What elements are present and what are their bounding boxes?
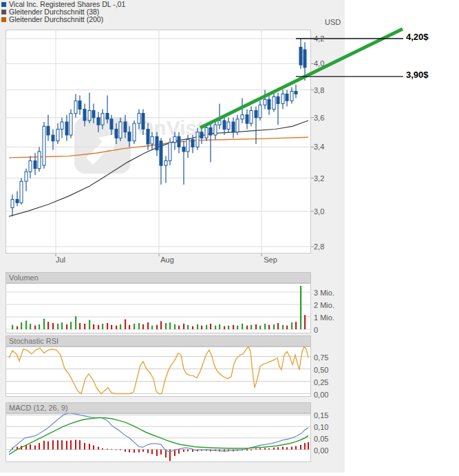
macd-axis-tick-label: 0,10 — [314, 423, 328, 431]
price-annotation-label: 3,90$ — [406, 71, 429, 79]
volume-axis-tick-label: 1 Mio. — [314, 313, 334, 322]
price-axis-tick-label: 3,0 — [314, 207, 324, 216]
volume-axis-tick-label: 2 Mio. — [314, 301, 334, 309]
stochastic-axis-tick-label: 0,25 — [314, 378, 328, 386]
macd-axis-tick-label: 0,05 — [314, 435, 328, 443]
legend-swatch-icon — [1, 17, 6, 22]
macd-panel-title: MACD (12, 26, 9) — [6, 403, 310, 413]
volume-axis-tick-label: 0 — [314, 326, 318, 334]
legend-item: Gleitender Durchschnitt (200) — [1, 16, 125, 23]
price-axis-tick-label: 3,6 — [314, 114, 324, 122]
macd-axis-tick-label: 0,15 — [314, 411, 328, 420]
price-axis-tick-label: 2,8 — [314, 242, 324, 251]
stochastic-rsi-panel-header: Stochastic RSI — [6, 335, 311, 346]
macd-axis-tick-label: 0,00 — [314, 446, 328, 455]
month-axis-tick-label: Jul — [49, 256, 72, 264]
price-axis-tick-label: 3,4 — [314, 143, 324, 151]
volume-axis-tick-label: 3 Mio. — [314, 289, 334, 297]
stochastic-axis-tick-label: 0,50 — [314, 366, 328, 374]
price-axis-tick-label: 4,0 — [314, 59, 324, 68]
price-axis-tick-label: 3,2 — [314, 174, 324, 183]
price-axis-tick-label: 4,2 — [314, 34, 324, 43]
legend-swatch-icon — [1, 2, 6, 7]
month-axis-tick-label: Aug — [156, 256, 179, 264]
price-axis-tick-label: 3,8 — [314, 86, 324, 94]
currency-axis-label: USD — [325, 18, 341, 26]
stochastic-rsi-panel-title: Stochastic RSI — [6, 336, 310, 346]
month-axis-tick-label: Sep — [259, 256, 282, 264]
volume-panel-title: Volumen — [6, 273, 310, 283]
legend-item-label: Gleitender Durchschnitt (200) — [9, 16, 103, 23]
chart-legend: Vical Inc. Registered Shares DL -,01Glei… — [1, 1, 125, 23]
stochastic-axis-tick-label: 0,75 — [314, 353, 328, 362]
stochastic-axis-tick-label: 0,00 — [314, 391, 328, 399]
macd-panel-header: MACD (12, 26, 9) — [6, 402, 311, 413]
legend-swatch-icon — [1, 10, 6, 14]
price-annotation-label: 4,20$ — [406, 33, 429, 41]
volume-panel-header: Volumen — [6, 272, 311, 283]
